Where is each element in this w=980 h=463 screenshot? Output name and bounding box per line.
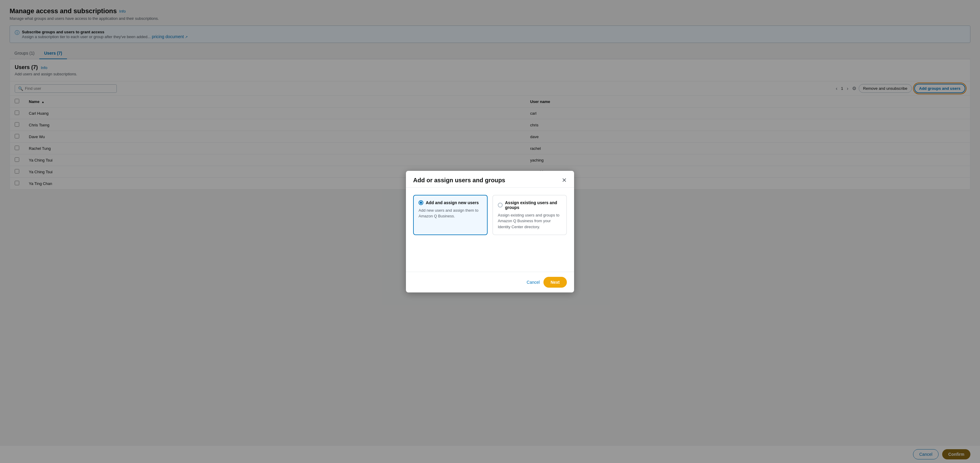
option-add-new-label: Add and assign new users — [426, 200, 479, 205]
radio-assign-existing[interactable] — [498, 203, 503, 207]
option-assign-existing-label: Assign existing users and groups — [505, 200, 562, 210]
option-assign-existing-card[interactable]: Assign existing users and groups Assign … — [492, 195, 567, 235]
modal-close-button[interactable]: ✕ — [562, 177, 567, 183]
modal-overlay[interactable]: Add or assign users and groups ✕ Add and… — [0, 0, 980, 463]
modal-body: Add and assign new users Add new users a… — [406, 188, 574, 272]
option-add-new-desc: Add new users and assign them to Amazon … — [418, 207, 482, 219]
modal-header: Add or assign users and groups ✕ — [406, 171, 574, 188]
modal-options: Add and assign new users Add new users a… — [413, 195, 567, 235]
option-add-new-card[interactable]: Add and assign new users Add new users a… — [413, 195, 488, 235]
modal-next-button[interactable]: Next — [543, 277, 567, 288]
modal-cancel-button[interactable]: Cancel — [527, 280, 540, 285]
modal: Add or assign users and groups ✕ Add and… — [406, 171, 574, 293]
modal-footer: Cancel Next — [406, 272, 574, 293]
radio-add-new[interactable] — [418, 200, 423, 205]
option-assign-existing-desc: Assign existing users and groups to Amaz… — [498, 212, 562, 230]
modal-title: Add or assign users and groups — [413, 177, 505, 184]
